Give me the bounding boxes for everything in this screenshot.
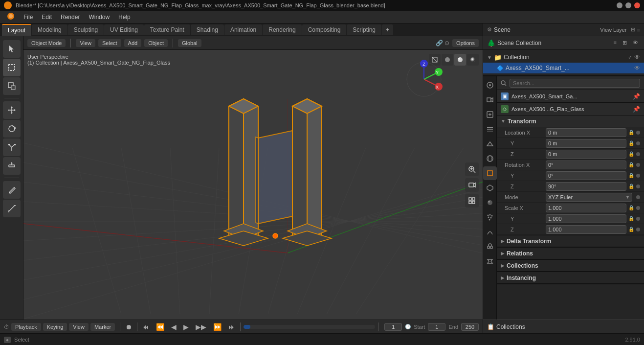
tab-add[interactable]: +	[382, 24, 393, 35]
outliner-item-collection[interactable]: ▼ 📁 Collection ✓ 👁	[483, 52, 644, 63]
location-y-field[interactable]: 0 m	[546, 139, 626, 148]
menu-help[interactable]: Help	[114, 13, 134, 22]
scale-x-field[interactable]: 1.000	[546, 204, 626, 212]
menu-file[interactable]: File	[20, 13, 37, 22]
scale-z-keyframe[interactable]	[636, 228, 640, 231]
view-menu-tl[interactable]: View	[69, 323, 89, 331]
close-button[interactable]	[634, 2, 640, 8]
prop-world-icon[interactable]	[483, 152, 497, 165]
tab-shading[interactable]: Shading	[191, 24, 224, 35]
prop-object-icon[interactable]	[483, 166, 497, 180]
tab-uv-editing[interactable]: UV Editing	[104, 24, 144, 35]
render-shading[interactable]	[467, 54, 479, 66]
outliner-filter-btn[interactable]: ≡	[612, 39, 619, 47]
timeline-icon[interactable]: ⏱	[4, 324, 9, 330]
outliner-item-object[interactable]: 🔷 Axess_AX500_Smart_... 👁	[483, 63, 644, 73]
annotate-tool[interactable]	[3, 181, 21, 199]
marker-menu[interactable]: Marker	[90, 323, 115, 331]
frame-current-field[interactable]: 1	[384, 323, 402, 331]
tab-sculpting[interactable]: Sculpting	[68, 24, 104, 35]
location-z-lock[interactable]: 🔒	[628, 151, 634, 157]
rotation-z-keyframe[interactable]	[636, 184, 640, 188]
tab-animation[interactable]: Animation	[224, 24, 262, 35]
location-z-field[interactable]: 0 m	[546, 150, 626, 159]
object-menu[interactable]: Object	[144, 39, 168, 47]
prop-particles-icon[interactable]	[483, 210, 497, 224]
menu-window[interactable]: Window	[85, 13, 113, 22]
minimize-button[interactable]	[617, 2, 622, 8]
viewport-gizmo[interactable]: X Y Z	[404, 60, 444, 99]
properties-search-input[interactable]	[510, 79, 640, 88]
rotation-z-lock[interactable]: 🔒	[628, 184, 634, 189]
keying-menu[interactable]: Keying	[43, 323, 67, 331]
location-y-keyframe[interactable]	[636, 141, 640, 145]
collections-header[interactable]: ▶ Collections	[497, 260, 644, 272]
keyframe-record-btn[interactable]: ⏺	[123, 322, 134, 332]
scale-y-field[interactable]: 1.000	[546, 214, 626, 223]
proportional-edit[interactable]: ⊙	[444, 40, 449, 46]
select-box-tool[interactable]	[3, 77, 21, 95]
end-frame-field[interactable]: 250	[461, 323, 479, 331]
rotation-z-field[interactable]: 90°	[546, 182, 626, 191]
prop-modifiers-icon[interactable]	[483, 254, 497, 268]
mode-keyframe[interactable]	[636, 195, 640, 199]
collection-checkbox[interactable]: ✓	[628, 54, 632, 61]
next-frame-btn[interactable]: ▶▶	[194, 322, 208, 332]
prop-viewlayer-icon[interactable]	[483, 122, 497, 136]
move-tool[interactable]	[3, 101, 21, 119]
filter-btn[interactable]: ≡	[637, 27, 640, 33]
play-btn[interactable]: ▶	[181, 322, 191, 332]
object-eye[interactable]: 👁	[634, 65, 640, 71]
prop-mesh-icon[interactable]	[483, 181, 497, 195]
snap-toggle[interactable]: 🔗	[436, 40, 443, 46]
outliner-overlay-btn[interactable]: ⊞	[621, 39, 629, 47]
view-menu[interactable]: View	[76, 39, 95, 47]
window-controls[interactable]	[617, 2, 640, 8]
location-x-keyframe[interactable]	[636, 131, 640, 135]
camera-view-btn[interactable]	[465, 178, 479, 192]
mesh-pin[interactable]: 📌	[633, 106, 640, 113]
rotation-y-keyframe[interactable]	[636, 174, 640, 178]
rotation-y-field[interactable]: 0°	[546, 171, 626, 180]
next-keyframe-btn[interactable]: ⏩	[211, 322, 223, 332]
scene-selector[interactable]: Scene	[494, 26, 596, 33]
tab-modeling[interactable]: Modeling	[32, 24, 67, 35]
zoom-in-btn[interactable]	[465, 162, 479, 176]
menu-edit[interactable]: Edit	[38, 13, 56, 22]
transform-tool[interactable]	[3, 157, 21, 175]
transform-header[interactable]: ▼ Transform	[497, 115, 644, 127]
prop-material-icon[interactable]	[483, 196, 497, 209]
playback-menu[interactable]: Playback	[11, 323, 41, 331]
tab-texture-paint[interactable]: Texture Paint	[144, 24, 190, 35]
prop-scene-icon[interactable]	[483, 78, 497, 92]
tab-compositing[interactable]: Compositing	[302, 24, 347, 35]
rotate-tool[interactable]	[3, 120, 21, 138]
location-y-lock[interactable]: 🔒	[628, 140, 634, 146]
menu-render[interactable]: Render	[57, 13, 84, 22]
prop-scenedata-icon[interactable]	[483, 137, 497, 151]
rotation-x-keyframe[interactable]	[636, 163, 640, 167]
jump-start-btn[interactable]: ⏮	[140, 322, 151, 332]
prop-constraints-icon[interactable]	[483, 240, 497, 253]
relations-header[interactable]: ▶ Relations	[497, 248, 644, 259]
select-menu[interactable]: Select	[98, 39, 121, 47]
scale-z-field[interactable]: 1.000	[546, 225, 626, 234]
render-region-btn[interactable]: ⊞	[631, 26, 635, 33]
tab-scripting[interactable]: Scripting	[347, 24, 381, 35]
rotation-y-lock[interactable]: 🔒	[628, 173, 634, 178]
menu-blender[interactable]	[3, 11, 19, 23]
instancing-header[interactable]: ▶ Instancing	[497, 272, 644, 284]
timeline-slider[interactable]	[244, 325, 375, 329]
options-menu[interactable]: Options	[452, 39, 479, 47]
maximize-button[interactable]	[625, 2, 631, 8]
delta-transform-header[interactable]: ▶ Delta Transform	[497, 235, 644, 247]
collection-eye[interactable]: 👁	[634, 54, 640, 61]
grid-view-btn[interactable]	[465, 194, 479, 207]
view-layer-label[interactable]: View Layer	[600, 27, 626, 33]
prev-keyframe-btn[interactable]: ⏪	[154, 322, 166, 332]
measure-tool[interactable]	[3, 200, 21, 217]
add-menu[interactable]: Add	[124, 39, 142, 47]
scale-z-lock[interactable]: 🔒	[628, 227, 634, 232]
rotation-x-lock[interactable]: 🔒	[628, 162, 634, 167]
rotation-mode-selector[interactable]: XYZ Euler ▼	[546, 193, 632, 202]
